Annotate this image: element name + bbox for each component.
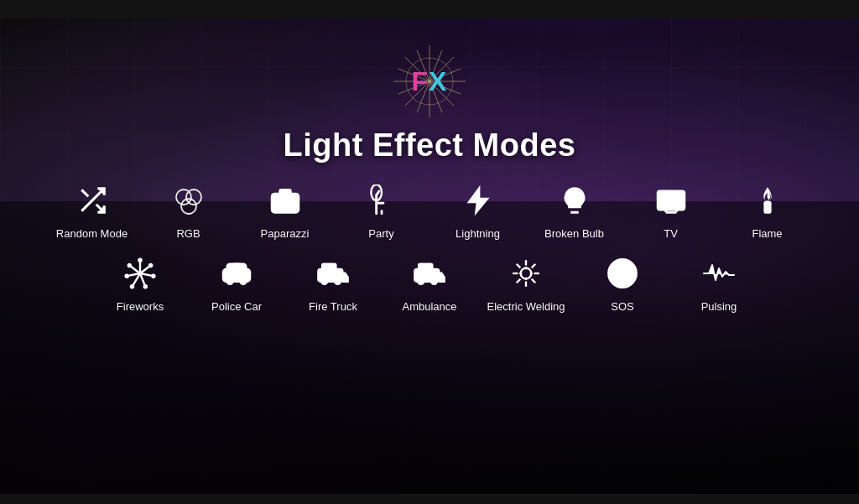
sos-icon: SOS [602, 253, 643, 294]
fx-f-letter: F [412, 66, 430, 96]
icons-row-2: Fireworks Police Car [34, 253, 825, 313]
fireworks-label: Fireworks [117, 300, 164, 313]
flame-label: Flame [752, 227, 782, 240]
police-car-icon [216, 253, 257, 294]
svg-line-65 [517, 264, 521, 268]
svg-point-41 [126, 275, 128, 278]
fireworks-item[interactable]: Fireworks [92, 253, 189, 313]
svg-point-38 [152, 275, 154, 278]
svg-line-67 [532, 264, 536, 268]
pulsing-label: Pulsing [701, 300, 737, 313]
ambulance-item[interactable]: Ambulance [382, 253, 478, 313]
electric-welding-item[interactable]: Electric Welding [478, 253, 575, 313]
svg-point-37 [149, 264, 152, 267]
random-mode-label: Random Mode [56, 227, 128, 240]
tv-label: TV [664, 227, 678, 240]
police-car-label: Police Car [211, 300, 262, 313]
party-label: Party [368, 227, 393, 240]
fx-label: FX [412, 66, 448, 97]
icons-section: Random Mode RGB [0, 180, 859, 313]
svg-line-66 [532, 279, 536, 283]
svg-point-19 [181, 199, 196, 214]
paparazzi-icon [265, 180, 305, 221]
svg-line-68 [517, 279, 521, 283]
sos-label: SOS [611, 300, 633, 313]
fire-truck-icon [313, 253, 353, 294]
party-icon [362, 180, 402, 221]
paparazzi-item[interactable]: Paparazzi [237, 180, 333, 240]
ambulance-icon [409, 253, 450, 294]
fireworks-icon [120, 253, 160, 294]
svg-rect-51 [322, 264, 336, 269]
top-bar [0, 0, 859, 18]
electric-welding-icon [506, 253, 546, 294]
svg-text:SOS: SOS [612, 269, 632, 279]
rgb-item[interactable]: RGB [140, 180, 237, 240]
page-title: Light Effect Modes [284, 127, 576, 164]
pulsing-icon [699, 253, 739, 294]
svg-point-45 [241, 278, 246, 283]
lightning-label: Lightning [456, 227, 500, 240]
flame-item[interactable]: Flame [719, 180, 815, 240]
pulsing-item[interactable]: Pulsing [671, 253, 768, 313]
svg-text:TV: TV [664, 197, 677, 207]
icons-row-1: Random Mode RGB [34, 180, 825, 240]
bottom-bar [0, 494, 859, 504]
tv-icon: TV [651, 180, 691, 221]
lightning-item[interactable]: Lightning [430, 180, 526, 240]
lightning-icon [458, 180, 498, 221]
rgb-label: RGB [176, 227, 200, 240]
paparazzi-label: Paparazzi [261, 227, 310, 240]
svg-point-60 [521, 268, 532, 279]
sos-item[interactable]: SOS SOS [575, 253, 671, 313]
svg-point-44 [227, 278, 232, 283]
svg-point-28 [764, 202, 769, 205]
fx-logo: FX [392, 44, 467, 119]
rgb-icon [169, 180, 209, 221]
svg-point-50 [335, 278, 340, 283]
svg-point-21 [279, 198, 290, 209]
svg-point-42 [128, 264, 131, 267]
svg-point-39 [144, 285, 147, 288]
tv-item[interactable]: TV TV [622, 180, 719, 240]
svg-rect-46 [232, 264, 241, 269]
broken-bulb-icon [554, 180, 595, 221]
electric-welding-label: Electric Welding [487, 300, 565, 313]
ambulance-label: Ambulance [402, 300, 456, 313]
svg-point-54 [419, 278, 424, 283]
svg-point-22 [291, 196, 294, 199]
flame-icon [747, 180, 788, 221]
svg-point-40 [131, 285, 133, 288]
broken-bulb-item[interactable]: Broken Bulb [526, 180, 622, 240]
svg-point-55 [431, 278, 436, 283]
fx-x-letter: X [429, 66, 447, 96]
main-content: FX Light Effect Modes Random Mode [0, 18, 859, 494]
police-car-item[interactable]: Police Car [189, 253, 285, 313]
party-item[interactable]: Party [333, 180, 430, 240]
random-mode-item[interactable]: Random Mode [44, 180, 140, 240]
random-mode-icon [72, 180, 112, 221]
svg-point-18 [186, 190, 201, 205]
fire-truck-item[interactable]: Fire Truck [285, 253, 382, 313]
svg-point-36 [138, 259, 141, 262]
fire-truck-label: Fire Truck [309, 300, 357, 313]
svg-rect-56 [419, 264, 432, 269]
svg-point-49 [322, 278, 327, 283]
broken-bulb-label: Broken Bulb [544, 227, 604, 240]
